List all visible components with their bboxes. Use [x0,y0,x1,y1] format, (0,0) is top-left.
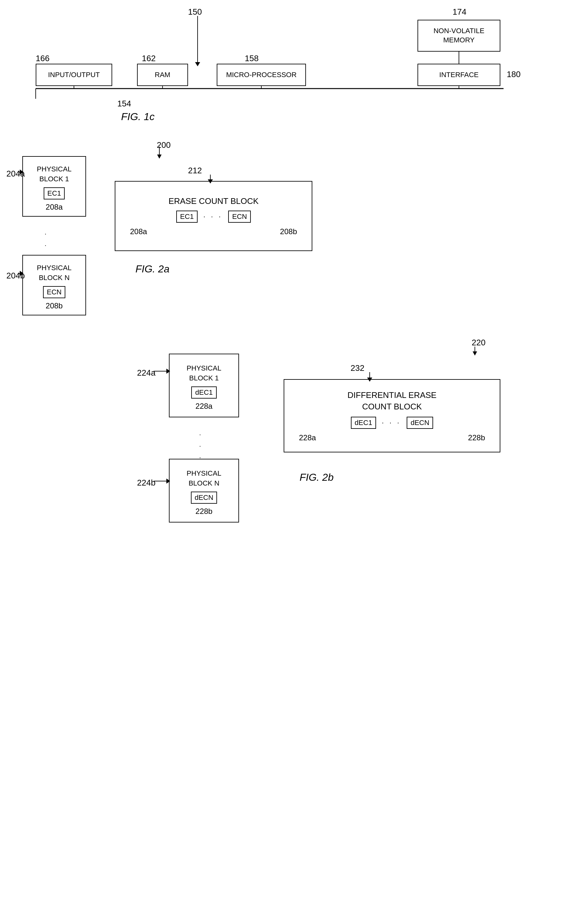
ecb-ec1: EC1 [176,211,198,223]
decb-dec1: dEC1 [351,417,376,429]
ref-208b-physn: 208b [45,301,63,310]
box-io: INPUT/OUTPUT [36,64,112,86]
ref-224a: 224a [137,368,156,378]
page: 150 NON-VOLATILE MEMORY 174 INPUT/OUTPUT… [0,0,588,908]
erase-count-block: ERASE COUNT BLOCK EC1 · · · ECN 208a 208… [115,181,313,251]
ref-224b: 224b [137,478,156,488]
ec1-inner-phys1: EC1 [43,187,65,200]
ref-228b-decb: 228b [468,433,485,442]
svg-marker-10 [157,155,161,159]
ecn-inner-physn: ECN [43,286,65,298]
ref-208b-ecb: 208b [280,227,297,236]
diff-erase-count-block: DIFFERENTIAL ERASE COUNT BLOCK dEC1 · · … [284,379,500,452]
ref-150: 150 [188,7,202,17]
phys-block-n: PHYSICAL BLOCK N ECN 208b [22,255,86,316]
ecb-ecn: ECN [228,211,250,223]
ref-212: 212 [188,166,202,175]
ref-174: 174 [453,7,466,17]
ref-180: 180 [507,69,520,79]
ref-166: 166 [36,53,49,63]
decb-dots: · · · [382,419,401,427]
box-nvm: NON-VOLATILE MEMORY [417,20,500,52]
phys-block-n-2b: PHYSICAL BLOCK N dECN 228b [169,459,239,523]
ref-204a: 204a [6,169,25,179]
dots-phys-2b: ··· [199,428,201,463]
fig2a-caption: FIG. 2a [135,263,169,275]
ref-228a-decb: 228a [299,433,316,442]
fig1c-caption: FIG. 1c [121,111,155,123]
box-microprocessor: MICRO-PROCESSOR [217,64,306,86]
box-interface: INTERFACE [417,64,500,86]
ref-208a-ecb: 208a [130,227,147,236]
ref-200: 200 [157,140,171,150]
fig2b-caption: FIG. 2b [300,472,333,483]
ref-162: 162 [142,53,156,63]
decn-inner-physn: dECN [191,492,217,504]
ref-228a-phys1: 228a [195,402,212,411]
ref-154: 154 [117,99,131,109]
phys-block-1: PHYSICAL BLOCK 1 EC1 208a [22,156,86,217]
ref-208a-phys1: 208a [45,203,63,211]
ref-204b: 204b [6,271,25,281]
dec1-inner-phys1: dEC1 [191,386,216,399]
ref-158: 158 [245,53,258,63]
svg-marker-1 [195,62,200,66]
ecb-dots: · · · [203,213,223,221]
decb-decn: dECN [407,417,433,429]
ref-228b-physn: 228b [195,507,212,516]
diagram-lines [0,0,588,908]
ref-232: 232 [351,363,364,373]
svg-marker-18 [473,351,477,356]
ref-220: 220 [472,338,485,348]
phys-block-1-2b: PHYSICAL BLOCK 1 dEC1 228a [169,354,239,417]
box-ram: RAM [137,64,188,86]
